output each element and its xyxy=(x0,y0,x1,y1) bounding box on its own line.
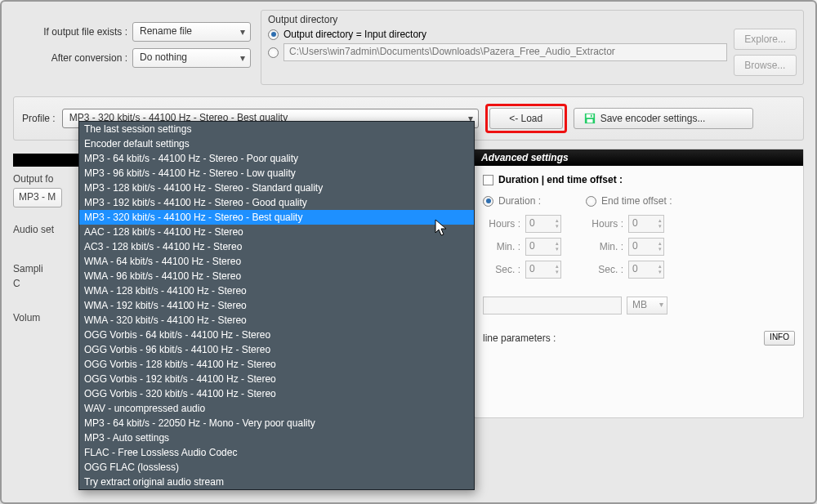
profile-option[interactable]: FLAC - Free Lossless Audio Codec xyxy=(79,445,474,460)
profile-option[interactable]: Encoder default settings xyxy=(79,136,474,151)
profile-option[interactable]: AC3 - 128 kbit/s - 44100 Hz - Stereo xyxy=(79,239,474,254)
end-hours-label: Hours : xyxy=(586,218,623,230)
profile-option[interactable]: WMA - 192 kbit/s - 44100 Hz - Stereo xyxy=(79,298,474,313)
duration-radio-row[interactable]: Duration : xyxy=(483,195,561,207)
end-hours-input[interactable]: 0 xyxy=(628,215,664,233)
split-unit-combo[interactable]: MB xyxy=(627,297,667,314)
radio-same-as-input[interactable] xyxy=(268,29,279,40)
advanced-settings-panel: Advanced settings Duration | end time of… xyxy=(474,149,804,418)
end-min-label: Min. : xyxy=(586,241,623,252)
output-dir-custom-row[interactable]: C:\Users\win7admin\Documents\Downloads\P… xyxy=(268,43,727,61)
duration-col: Duration : Hours :0 Min. :0 Sec. :0 xyxy=(483,192,561,279)
endtime-radio-label: End time offset : xyxy=(601,195,672,207)
load-button[interactable]: <- Load xyxy=(489,108,563,129)
profile-option[interactable]: WMA - 128 kbit/s - 44100 Hz - Stereo xyxy=(79,283,474,298)
duration-radio-label: Duration : xyxy=(498,195,541,207)
output-dir-same-label: Output directory = Input directory xyxy=(283,29,426,40)
save-encoder-label: Save encoder settings... xyxy=(600,113,706,124)
output-dir-title: Output directory xyxy=(268,14,727,25)
info-button[interactable]: INFO xyxy=(764,331,795,346)
cmdline-params-label: line parameters : xyxy=(483,332,556,344)
profile-dropdown[interactable]: The last session settingsEncoder default… xyxy=(78,121,475,490)
save-encoder-button[interactable]: Save encoder settings... xyxy=(574,108,753,129)
after-conv-combo[interactable]: Do nothing xyxy=(132,48,251,68)
split-size-row: MB xyxy=(483,297,795,314)
end-sec-label: Sec. : xyxy=(586,264,623,275)
if-exists-label: If output file exists : xyxy=(13,26,127,38)
duration-header-row[interactable]: Duration | end time offset : xyxy=(483,174,795,185)
endtime-radio-row[interactable]: End time offset : xyxy=(586,195,672,207)
profile-option[interactable]: MP3 - 192 kbit/s - 44100 Hz - Stereo - G… xyxy=(79,195,474,210)
profile-option[interactable]: MP3 - Auto settings xyxy=(79,430,474,445)
endtime-col: End time offset : Hours :0 Min. :0 Sec. … xyxy=(586,192,672,279)
profile-option[interactable]: MP3 - 64 kbit/s - 44100 Hz - Stereo - Po… xyxy=(79,151,474,166)
floppy-icon xyxy=(584,113,596,124)
profile-option[interactable]: MP3 - 64 kbit/s - 22050 Hz - Mono - Very… xyxy=(79,416,474,430)
after-conv-value: Do nothing xyxy=(140,51,187,63)
if-exists-value: Rename file xyxy=(140,25,192,37)
dur-hours-label: Hours : xyxy=(483,218,520,230)
svg-rect-1 xyxy=(586,114,593,118)
output-format-button[interactable]: MP3 - M xyxy=(13,188,62,207)
endtime-radio[interactable] xyxy=(586,196,596,207)
dur-sec-label: Sec. : xyxy=(483,264,520,275)
app-window: If output file exists : Rename file Afte… xyxy=(0,0,817,504)
left-options: If output file exists : Rename file Afte… xyxy=(13,10,251,85)
svg-rect-3 xyxy=(591,115,592,118)
explore-button[interactable]: Explore... xyxy=(734,29,797,50)
duration-radio[interactable] xyxy=(483,196,493,207)
profile-option[interactable]: WMA - 64 kbit/s - 44100 Hz - Stereo xyxy=(79,254,474,269)
end-min-input[interactable]: 0 xyxy=(628,238,664,256)
load-button-highlight: <- Load xyxy=(485,104,567,133)
profile-option[interactable]: MP3 - 320 kbit/s - 44100 Hz - Stereo - B… xyxy=(79,210,474,225)
svg-rect-2 xyxy=(587,119,592,123)
top-row: If output file exists : Rename file Afte… xyxy=(13,10,804,85)
dur-min-input[interactable]: 0 xyxy=(525,238,561,256)
after-conv-label: After conversion : xyxy=(13,52,127,64)
profile-option[interactable]: MP3 - 96 kbit/s - 44100 Hz - Stereo - Lo… xyxy=(79,166,474,181)
profile-option[interactable]: WMA - 320 kbit/s - 44100 Hz - Stereo xyxy=(79,313,474,328)
dur-hours-input[interactable]: 0 xyxy=(525,215,561,233)
profile-option[interactable]: WAV - uncompressed audio xyxy=(79,401,474,416)
output-dir-same-row[interactable]: Output directory = Input directory xyxy=(268,29,727,40)
output-dir-group: Output directory Output directory = Inpu… xyxy=(261,10,804,85)
profile-option[interactable]: OGG Vorbis - 320 kbit/s - 44100 Hz - Ste… xyxy=(79,386,474,401)
radio-custom-path[interactable] xyxy=(268,47,279,58)
left-section-header xyxy=(13,154,78,167)
if-exists-row: If output file exists : Rename file xyxy=(13,22,251,42)
duration-grid: Duration : Hours :0 Min. :0 Sec. :0 End … xyxy=(483,192,795,279)
profile-option[interactable]: OGG FLAC (lossless) xyxy=(79,460,474,475)
profile-option[interactable]: OGG Vorbis - 64 kbit/s - 44100 Hz - Ster… xyxy=(79,328,474,342)
duration-checkbox[interactable] xyxy=(483,175,493,185)
after-conv-row: After conversion : Do nothing xyxy=(13,48,251,68)
if-exists-combo[interactable]: Rename file xyxy=(132,22,251,42)
profile-option[interactable]: AAC - 128 kbit/s - 44100 Hz - Stereo xyxy=(79,225,474,239)
profile-option[interactable]: The last session settings xyxy=(79,122,474,136)
profile-label: Profile : xyxy=(22,113,56,124)
profile-option[interactable]: WMA - 96 kbit/s - 44100 Hz - Stereo xyxy=(79,269,474,283)
profile-option[interactable]: OGG Vorbis - 96 kbit/s - 44100 Hz - Ster… xyxy=(79,342,474,357)
profile-option[interactable]: MP3 - 128 kbit/s - 44100 Hz - Stereo - S… xyxy=(79,181,474,195)
split-size-input[interactable] xyxy=(483,297,622,314)
end-sec-input[interactable]: 0 xyxy=(628,261,664,279)
dur-min-label: Min. : xyxy=(483,241,520,252)
profile-option[interactable]: OGG Vorbis - 192 kbit/s - 44100 Hz - Ste… xyxy=(79,372,474,386)
duration-header-label: Duration | end time offset : xyxy=(498,174,623,185)
cmdline-params-row: line parameters : INFO xyxy=(483,331,795,346)
output-path-input[interactable]: C:\Users\win7admin\Documents\Downloads\P… xyxy=(283,43,727,61)
dur-sec-input[interactable]: 0 xyxy=(525,261,561,279)
profile-option[interactable]: OGG Vorbis - 128 kbit/s - 44100 Hz - Ste… xyxy=(79,357,474,372)
profile-option[interactable]: Try extract original audio stream xyxy=(79,475,474,489)
browse-button[interactable]: Browse... xyxy=(734,55,797,76)
advanced-settings-header: Advanced settings xyxy=(475,149,803,166)
